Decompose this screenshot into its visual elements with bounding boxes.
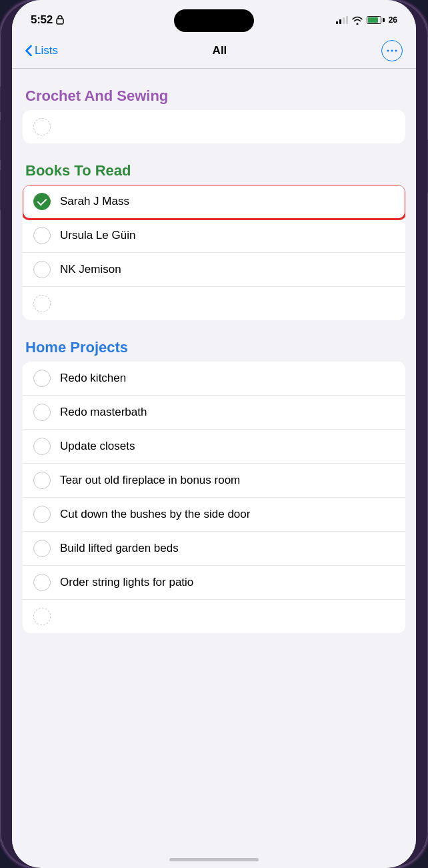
checkbox-home-empty[interactable] xyxy=(33,608,51,625)
list-item-ursula[interactable]: Ursula Le Güin xyxy=(23,219,405,253)
list-books: Sarah J Mass Ursula Le Güin NK Jemison xyxy=(23,185,405,320)
item-text-update-closets: Update closets xyxy=(60,439,135,454)
section-home: Home Projects Redo kitchen Redo masterba… xyxy=(12,336,416,633)
nav-bar: Lists All xyxy=(12,35,416,69)
checkbox-garden[interactable] xyxy=(33,540,51,557)
section-title-crochet: Crochet And Sewing xyxy=(12,85,416,110)
phone-screen: 5:52 xyxy=(12,0,416,868)
signal-bars xyxy=(336,16,348,24)
back-button[interactable]: Lists xyxy=(25,44,58,57)
battery-percent: 26 xyxy=(389,15,397,25)
item-text-garden: Build lifted garden beds xyxy=(60,541,179,556)
list-item-books-empty[interactable] xyxy=(23,287,405,320)
checkbox-redo-master[interactable] xyxy=(33,404,51,421)
list-item-home-empty[interactable] xyxy=(23,600,405,633)
list-crochet xyxy=(23,110,405,143)
volume-up-button[interactable] xyxy=(0,120,1,160)
wifi-icon xyxy=(352,16,363,25)
item-text-redo-kitchen: Redo kitchen xyxy=(60,371,126,386)
nav-title: All xyxy=(213,44,227,57)
list-item-fireplace[interactable]: Tear out old fireplace in bonus room xyxy=(23,464,405,498)
volume-down-button[interactable] xyxy=(0,170,1,210)
svg-rect-0 xyxy=(57,19,63,24)
ellipsis-icon xyxy=(387,49,397,52)
status-left: 5:52 xyxy=(31,13,64,27)
notification-icon xyxy=(56,15,64,25)
more-button[interactable] xyxy=(381,40,403,61)
list-item-bushes[interactable]: Cut down the bushes by the side door xyxy=(23,498,405,532)
checkbox-crochet-empty[interactable] xyxy=(33,118,51,135)
content-area[interactable]: Crochet And Sewing Books To Read Sarah J… xyxy=(12,69,416,866)
status-time: 5:52 xyxy=(31,13,53,27)
checkbox-redo-kitchen[interactable] xyxy=(33,370,51,387)
list-item-redo-kitchen[interactable]: Redo kitchen xyxy=(23,362,405,396)
list-item[interactable] xyxy=(23,110,405,143)
checkbox-lights[interactable] xyxy=(33,574,51,591)
checkbox-books-empty[interactable] xyxy=(33,295,51,312)
list-item-nk[interactable]: NK Jemison xyxy=(23,253,405,287)
list-item-lights[interactable]: Order string lights for patio xyxy=(23,566,405,600)
item-text-bushes: Cut down the bushes by the side door xyxy=(60,507,250,522)
checkbox-fireplace[interactable] xyxy=(33,472,51,489)
svg-point-1 xyxy=(387,50,389,52)
checkbox-sarah[interactable] xyxy=(33,193,51,210)
silent-button[interactable] xyxy=(0,87,1,112)
item-text-ursula: Ursula Le Güin xyxy=(60,228,135,243)
battery-icon xyxy=(367,16,385,24)
list-item-update-closets[interactable]: Update closets xyxy=(23,430,405,464)
phone-frame: 5:52 xyxy=(0,0,428,868)
checkbox-ursula[interactable] xyxy=(33,227,51,244)
checkbox-nk[interactable] xyxy=(33,261,51,278)
checkbox-update-closets[interactable] xyxy=(33,438,51,455)
list-home: Redo kitchen Redo masterbath Update clos… xyxy=(23,362,405,633)
list-item-redo-master[interactable]: Redo masterbath xyxy=(23,396,405,430)
item-text-sarah: Sarah J Mass xyxy=(60,194,129,209)
list-item-sarah[interactable]: Sarah J Mass xyxy=(23,185,405,219)
item-text-redo-master: Redo masterbath xyxy=(60,405,147,420)
item-text-nk: NK Jemison xyxy=(60,262,121,277)
back-label: Lists xyxy=(35,44,58,57)
dynamic-island xyxy=(174,9,254,32)
list-item-garden[interactable]: Build lifted garden beds xyxy=(23,532,405,566)
status-icons: 26 xyxy=(336,15,397,25)
chevron-left-icon xyxy=(25,45,32,56)
section-title-home: Home Projects xyxy=(12,336,416,362)
svg-point-2 xyxy=(391,50,393,52)
section-books: Books To Read Sarah J Mass Ursula Le Güi… xyxy=(12,159,416,320)
section-title-books: Books To Read xyxy=(12,159,416,185)
checkbox-bushes[interactable] xyxy=(33,506,51,523)
item-text-fireplace: Tear out old fireplace in bonus room xyxy=(60,473,240,488)
home-indicator xyxy=(169,858,259,861)
item-text-lights: Order string lights for patio xyxy=(60,575,193,590)
svg-point-3 xyxy=(395,50,397,52)
section-crochet: Crochet And Sewing xyxy=(12,85,416,143)
